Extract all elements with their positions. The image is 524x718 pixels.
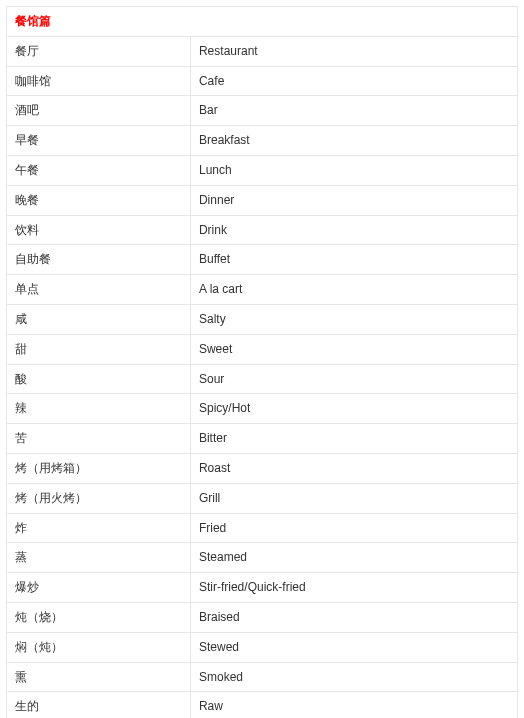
table-row: 早餐Breakfast bbox=[7, 126, 518, 156]
term-zh: 甜 bbox=[7, 334, 191, 364]
table-row: 酸Sour bbox=[7, 364, 518, 394]
term-en: Fried bbox=[190, 513, 517, 543]
table-row: 酒吧Bar bbox=[7, 96, 518, 126]
term-en: Raw bbox=[190, 692, 517, 718]
table-row: 咖啡馆Cafe bbox=[7, 66, 518, 96]
term-en: Stewed bbox=[190, 632, 517, 662]
table-row: 餐厅Restaurant bbox=[7, 36, 518, 66]
table-row: 炖（烧）Braised bbox=[7, 602, 518, 632]
table-row: 生的Raw bbox=[7, 692, 518, 718]
term-en: Breakfast bbox=[190, 126, 517, 156]
term-zh: 自助餐 bbox=[7, 245, 191, 275]
term-zh: 酒吧 bbox=[7, 96, 191, 126]
term-en: Sour bbox=[190, 364, 517, 394]
term-zh: 饮料 bbox=[7, 215, 191, 245]
term-en: Grill bbox=[190, 483, 517, 513]
term-en: Restaurant bbox=[190, 36, 517, 66]
term-zh: 单点 bbox=[7, 275, 191, 305]
term-en: Bitter bbox=[190, 424, 517, 454]
term-zh: 焖（炖） bbox=[7, 632, 191, 662]
vocabulary-table-wrap: 餐馆篇 餐厅Restaurant咖啡馆Cafe酒吧Bar早餐Breakfast午… bbox=[0, 0, 524, 718]
table-row: 烤（用火烤）Grill bbox=[7, 483, 518, 513]
term-zh: 烤（用烤箱） bbox=[7, 453, 191, 483]
term-en: Dinner bbox=[190, 185, 517, 215]
term-zh: 蒸 bbox=[7, 543, 191, 573]
term-en: Braised bbox=[190, 602, 517, 632]
table-body: 餐厅Restaurant咖啡馆Cafe酒吧Bar早餐Breakfast午餐Lun… bbox=[7, 36, 518, 718]
term-en: Smoked bbox=[190, 662, 517, 692]
term-zh: 酸 bbox=[7, 364, 191, 394]
term-en: Roast bbox=[190, 453, 517, 483]
term-en: Stir-fried/Quick-fried bbox=[190, 573, 517, 603]
term-en: Sweet bbox=[190, 334, 517, 364]
term-zh: 炖（烧） bbox=[7, 602, 191, 632]
table-row: 苦Bitter bbox=[7, 424, 518, 454]
table-row: 甜Sweet bbox=[7, 334, 518, 364]
table-row: 蒸Steamed bbox=[7, 543, 518, 573]
vocabulary-table: 餐馆篇 餐厅Restaurant咖啡馆Cafe酒吧Bar早餐Breakfast午… bbox=[6, 6, 518, 718]
table-row: 炸Fried bbox=[7, 513, 518, 543]
term-zh: 炸 bbox=[7, 513, 191, 543]
term-en: Cafe bbox=[190, 66, 517, 96]
term-zh: 餐厅 bbox=[7, 36, 191, 66]
term-zh: 早餐 bbox=[7, 126, 191, 156]
table-row: 咸Salty bbox=[7, 304, 518, 334]
term-zh: 烤（用火烤） bbox=[7, 483, 191, 513]
section-title: 餐馆篇 bbox=[7, 7, 518, 37]
table-row: 晚餐Dinner bbox=[7, 185, 518, 215]
term-zh: 爆炒 bbox=[7, 573, 191, 603]
term-zh: 午餐 bbox=[7, 155, 191, 185]
term-zh: 辣 bbox=[7, 394, 191, 424]
term-en: Buffet bbox=[190, 245, 517, 275]
term-zh: 咸 bbox=[7, 304, 191, 334]
table-row: 自助餐Buffet bbox=[7, 245, 518, 275]
table-row: 单点A la cart bbox=[7, 275, 518, 305]
term-zh: 生的 bbox=[7, 692, 191, 718]
table-row: 饮料Drink bbox=[7, 215, 518, 245]
table-row: 爆炒Stir-fried/Quick-fried bbox=[7, 573, 518, 603]
term-zh: 熏 bbox=[7, 662, 191, 692]
term-en: Spicy/Hot bbox=[190, 394, 517, 424]
term-en: Lunch bbox=[190, 155, 517, 185]
table-row: 烤（用烤箱）Roast bbox=[7, 453, 518, 483]
term-zh: 咖啡馆 bbox=[7, 66, 191, 96]
table-row: 午餐Lunch bbox=[7, 155, 518, 185]
term-en: Salty bbox=[190, 304, 517, 334]
term-en: Steamed bbox=[190, 543, 517, 573]
table-row: 熏Smoked bbox=[7, 662, 518, 692]
term-zh: 晚餐 bbox=[7, 185, 191, 215]
term-en: Bar bbox=[190, 96, 517, 126]
term-zh: 苦 bbox=[7, 424, 191, 454]
term-en: Drink bbox=[190, 215, 517, 245]
term-en: A la cart bbox=[190, 275, 517, 305]
table-header-row: 餐馆篇 bbox=[7, 7, 518, 37]
table-row: 辣Spicy/Hot bbox=[7, 394, 518, 424]
table-row: 焖（炖）Stewed bbox=[7, 632, 518, 662]
